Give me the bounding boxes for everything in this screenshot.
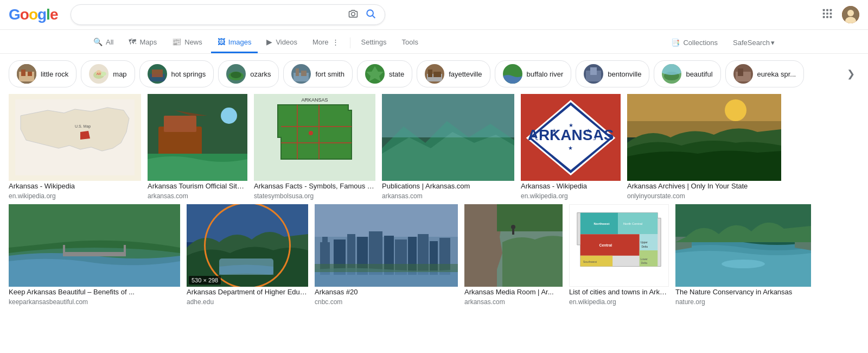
svg-rect-18 <box>28 72 32 76</box>
nav-tools[interactable]: Tools <box>395 33 425 53</box>
chip-beautiful[interactable]: beautiful <box>654 60 720 87</box>
safesearch-chevron-icon: ▾ <box>771 39 775 47</box>
image-card-adhe[interactable]: 530 × 298 Arkansas Department of Higher … <box>187 204 308 306</box>
header: Google arkansas <box>0 0 868 30</box>
google-logo: Google <box>9 6 58 23</box>
svg-point-82 <box>725 99 746 121</box>
nav-more[interactable]: More ⋮ <box>306 33 346 53</box>
svg-line-2 <box>373 16 375 18</box>
image-card-cnbc[interactable]: Arkansas #20 cnbc.com <box>315 204 458 306</box>
search-icons <box>348 8 376 21</box>
svg-rect-10 <box>826 16 828 18</box>
search-icon[interactable] <box>365 8 376 21</box>
image-title-cnbc: Arkansas #20 <box>315 288 458 296</box>
chip-fayetteville[interactable]: fayetteville <box>417 60 490 87</box>
image-title-listcities: List of cities and towns in Arkan... <box>569 288 669 296</box>
image-source-publications: arkansas.com <box>382 192 514 200</box>
image-card-wikipedia[interactable]: U.S. Map Arkansas - Wikipedia en.wikiped… <box>9 94 141 200</box>
image-card-publications[interactable]: Publications | Arkansas.com arkansas.com <box>382 94 514 200</box>
nav-bar: 🔍 All 🗺 Maps 📰 News 🖼 Images ▶ Videos Mo… <box>0 30 868 54</box>
header-right <box>821 6 859 23</box>
nav-maps[interactable]: 🗺 Maps <box>122 32 163 53</box>
svg-rect-33 <box>301 71 307 76</box>
nav-settings[interactable]: Settings <box>355 33 393 53</box>
chip-bentonville[interactable]: bentonville <box>576 60 649 87</box>
svg-point-0 <box>352 12 355 16</box>
svg-rect-66 <box>382 94 514 137</box>
image-source-facts: statesymbolsusa.org <box>254 192 375 200</box>
chip-buffalo-river[interactable]: buffalo river <box>495 60 572 87</box>
maps-icon: 🗺 <box>129 37 136 46</box>
image-source-flag: en.wikipedia.org <box>521 192 621 200</box>
svg-rect-48 <box>738 68 743 76</box>
nav-separator <box>350 37 350 48</box>
svg-rect-17 <box>21 70 25 76</box>
chip-little-rock[interactable]: little rock <box>9 60 76 87</box>
svg-rect-32 <box>296 68 299 76</box>
svg-rect-43 <box>590 67 597 75</box>
nav-safesearch[interactable]: SafeSearch ▾ <box>726 33 781 52</box>
image-source-wikipedia: en.wikipedia.org <box>9 192 141 200</box>
chip-state[interactable]: state <box>357 60 412 87</box>
chip-eureka-springs[interactable]: eureka spr... <box>725 60 805 87</box>
image-source-nature: nature.org <box>675 298 811 306</box>
apps-icon[interactable] <box>821 8 833 22</box>
svg-rect-53 <box>164 116 196 132</box>
svg-text:Southwest: Southwest <box>583 260 597 263</box>
nav-videos[interactable]: ▶ Videos <box>260 32 304 53</box>
search-input[interactable]: arkansas <box>80 10 343 20</box>
chip-map[interactable]: AR map <box>81 60 135 87</box>
more-chevron-icon: ⋮ <box>332 38 339 46</box>
svg-rect-85 <box>63 252 126 256</box>
image-card-tourism[interactable]: Arkansas Tourism Official Site ... arkan… <box>148 94 247 200</box>
chip-fort-smith[interactable]: fort smith <box>283 60 352 87</box>
svg-rect-11 <box>830 16 832 18</box>
image-title-flag: Arkansas - Wikipedia <box>521 182 621 190</box>
image-title-publications: Publications | Arkansas.com <box>382 182 514 190</box>
svg-text:ARKANSAS: ARKANSAS <box>528 127 614 143</box>
user-avatar[interactable] <box>842 6 859 23</box>
image-title-archives: Arkansas Archives | Only In Your State <box>627 182 781 190</box>
chip-ozarks[interactable]: ozarks <box>218 60 279 87</box>
svg-text:U.S. Map: U.S. Map <box>75 124 91 129</box>
image-card-nature[interactable]: The Nature Conservancy in Arkansas natur… <box>675 204 811 306</box>
camera-search-icon[interactable] <box>348 8 359 21</box>
svg-text:★: ★ <box>535 137 539 141</box>
image-source-archives: onlyinyourstate.com <box>627 192 781 200</box>
videos-icon: ▶ <box>266 37 272 46</box>
image-grid: U.S. Map Arkansas - Wikipedia en.wikiped… <box>0 94 868 306</box>
image-row-2: Keep Arkansas Beautiful – Benefits of ..… <box>9 204 859 306</box>
svg-rect-9 <box>823 16 825 18</box>
chip-hot-springs[interactable]: hot springs <box>139 60 214 87</box>
image-card-mediaroom[interactable]: Arkansas Media Room | Ar... arkansas.com <box>464 204 563 306</box>
svg-rect-6 <box>823 12 825 15</box>
svg-text:Lower: Lower <box>641 258 648 261</box>
svg-rect-109 <box>512 229 514 235</box>
search-bar: arkansas <box>71 4 385 25</box>
nav-images[interactable]: 🖼 Images <box>211 32 258 53</box>
nav-news[interactable]: 📰 News <box>165 32 209 53</box>
image-title-adhe: Arkansas Department of Higher Educa... <box>187 288 308 296</box>
image-card-listcities[interactable]: Northwest North Central Upper Delta Cent… <box>569 204 669 306</box>
svg-point-56 <box>221 108 237 124</box>
svg-rect-3 <box>823 9 825 11</box>
svg-text:Delta: Delta <box>641 262 648 264</box>
image-source-adhe: adhe.edu <box>187 298 308 306</box>
chips-next-arrow[interactable]: ❯ <box>843 64 859 84</box>
svg-text:Upper: Upper <box>641 241 648 244</box>
svg-rect-4 <box>826 9 828 11</box>
image-card-flag[interactable]: ARKANSAS ★ ★ ★ ★ ★ ★ ★ ★ Arkansas - Wiki… <box>521 94 621 200</box>
image-card-keepark[interactable]: Keep Arkansas Beautiful – Benefits of ..… <box>9 204 180 306</box>
nav-all[interactable]: 🔍 All <box>87 32 120 53</box>
image-title-keepark: Keep Arkansas Beautiful – Benefits of ..… <box>9 288 180 296</box>
nav-collections[interactable]: 📑 Collections <box>665 33 724 52</box>
svg-rect-7 <box>826 12 828 15</box>
image-card-archives[interactable]: Arkansas Archives | Only In Your State o… <box>627 94 781 200</box>
image-card-facts[interactable]: ARKANSAS Arkansas Facts - Symbols, Famou… <box>254 94 375 200</box>
svg-rect-38 <box>428 70 432 77</box>
svg-text:★: ★ <box>598 137 601 141</box>
svg-text:ARKANSAS: ARKANSAS <box>301 97 328 103</box>
collections-icon: 📑 <box>671 39 680 47</box>
image-source-cnbc: cnbc.com <box>315 298 458 306</box>
image-source-keepark: keeparkansasbeautiful.com <box>9 298 180 306</box>
